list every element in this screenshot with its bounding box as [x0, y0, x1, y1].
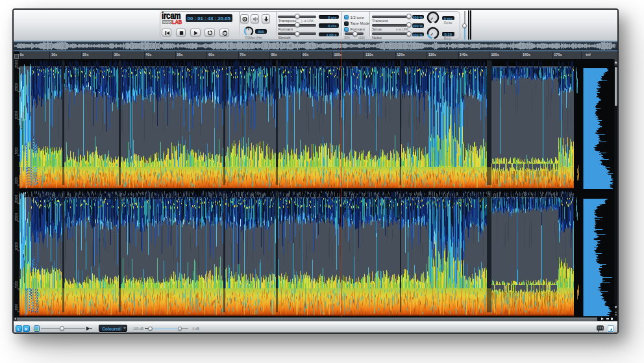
- svg-text:10000: 10000: [15, 242, 18, 250]
- svg-text:15000: 15000: [15, 82, 18, 91]
- svg-text:2000: 2000: [15, 303, 18, 310]
- svg-text:5000: 5000: [15, 147, 18, 154]
- svg-text:10000: 10000: [15, 110, 18, 119]
- svg-text:5000: 5000: [15, 281, 18, 288]
- svg-text:15000: 15000: [15, 212, 18, 221]
- svg-text:20000: 20000: [15, 59, 18, 68]
- svg-text:20000: 20000: [15, 194, 18, 203]
- svg-text:2000: 2000: [15, 177, 18, 184]
